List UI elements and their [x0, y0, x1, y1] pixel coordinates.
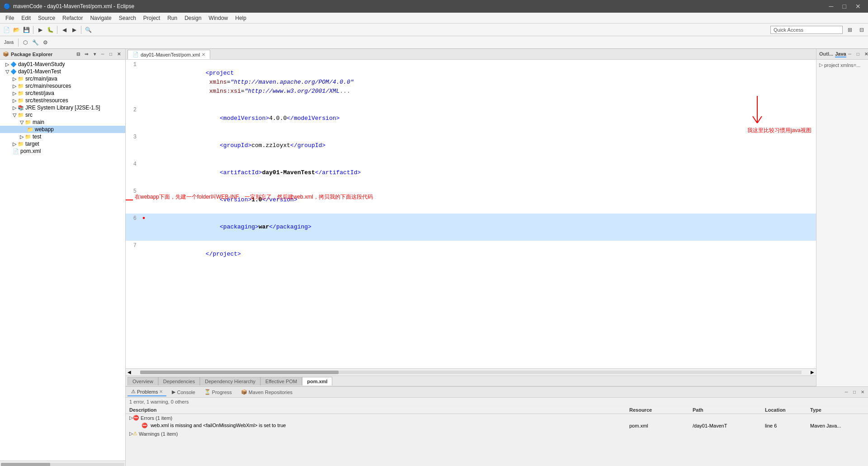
toolbar-btn-3[interactable]: ⚙ [41, 38, 50, 47]
menu-search[interactable]: Search [115, 14, 140, 22]
tree-item-day01-mavenstudy[interactable]: ▷ 🔷 day01-MavenStudy [0, 61, 125, 68]
tab-effective-pom[interactable]: Effective POM [260, 377, 302, 385]
bottom-main: ⚠ Problems ✕ ▶ Console ⏳ Progress 📦 M [126, 387, 868, 466]
tab-dependency-hierarchy[interactable]: Dependency Hierarchy [200, 377, 260, 385]
errors-group[interactable]: ▷ ⛔ Errors (1 item) [126, 414, 868, 422]
folder-icon: 📁 [18, 90, 24, 96]
scroll-right-button[interactable]: ▶ [809, 370, 816, 375]
menu-project[interactable]: Project [140, 14, 164, 22]
close-button[interactable]: ✕ [852, 2, 864, 11]
perspective-button[interactable]: ⊞ [845, 25, 854, 34]
code-editor[interactable]: 1 <project xmlns="http://maven.apache.or… [126, 60, 816, 368]
code-line-5: 5 <version>1.0</version> [126, 186, 816, 214]
scroll-thumb[interactable] [140, 371, 339, 374]
close-right-button[interactable]: ✕ [863, 51, 868, 58]
tree-item-src-test-java[interactable]: ▷ 📁 src/test/java [0, 90, 125, 97]
tab-outline[interactable]: Outl... [819, 51, 833, 57]
error-row-1[interactable]: ⛔ web.xml is missing and <failOnMissingW… [126, 422, 868, 430]
run-button[interactable]: ▶ [36, 25, 45, 34]
code-line-4: 4 <artifactId>day01-MavenTest</artifactI… [126, 159, 816, 186]
toolbar-btn-1[interactable]: ⬡ [21, 38, 30, 47]
error-location: line 6 [765, 423, 810, 428]
toolbar-btn-2[interactable]: 🔧 [31, 38, 40, 47]
tab-java[interactable]: Java [835, 51, 846, 57]
tree-item-src-main-resources[interactable]: ▷ 📁 src/main/resources [0, 82, 125, 90]
tab-pom-xml[interactable]: pom.xml [302, 377, 332, 385]
menu-help[interactable]: Help [231, 14, 250, 22]
tree-item-src-test-resources[interactable]: ▷ 📁 src/test/resources [0, 97, 125, 104]
sidebar-scrollbar[interactable] [0, 461, 125, 466]
tab-console[interactable]: ▶ Console [168, 388, 198, 396]
outline-item-project[interactable]: ▷ project xmlns=... [818, 62, 866, 68]
tree-item-src[interactable]: ▽ 📁 src [0, 111, 125, 119]
window-controls[interactable]: ─ □ ✕ [826, 2, 864, 11]
tab-progress[interactable]: ⏳ Progress [201, 388, 236, 396]
problems-panel-actions: ─ □ ✕ [843, 389, 866, 396]
link-editor-button[interactable]: ⇒ [83, 51, 90, 58]
warnings-group[interactable]: ▷ ⚠ Warnings (1 item) [126, 430, 868, 437]
views-button[interactable]: ⊟ [857, 25, 866, 34]
scroll-track[interactable] [140, 371, 802, 374]
error-group-icon: ⛔ [133, 415, 139, 421]
save-button[interactable]: 💾 [22, 25, 31, 34]
menu-source[interactable]: Source [34, 14, 59, 22]
toolbar-separator-4 [18, 38, 19, 47]
tree-item-main[interactable]: ▽ 📁 main [0, 119, 125, 126]
open-button[interactable]: 📂 [12, 25, 21, 34]
problems-tab-bar: ⚠ Problems ✕ ▶ Console ⏳ Progress 📦 M [126, 387, 868, 398]
tree-item-pom-xml[interactable]: 📄 pom.xml [0, 147, 125, 155]
quick-access-input[interactable]: Quick Access [770, 26, 843, 34]
tree-item-jre-library[interactable]: ▷ 📚 JRE System Library [J2SE-1.5] [0, 104, 125, 111]
forward-button[interactable]: ▶ [70, 25, 79, 34]
problems-tab-close[interactable]: ✕ [159, 389, 163, 394]
menu-refactor[interactable]: Refactor [59, 14, 86, 22]
menu-design[interactable]: Design [181, 14, 205, 22]
tree-item-target[interactable]: ▷ 📁 target [0, 140, 125, 147]
tab-overview[interactable]: Overview [127, 377, 158, 385]
folder-icon: 📁 [18, 98, 24, 104]
line-number: 1 [126, 60, 140, 69]
collapse-all-button[interactable]: ⊟ [75, 51, 82, 58]
tree-item-test[interactable]: ▷ 📁 test [0, 133, 125, 140]
tab-dependencies[interactable]: Dependencies [158, 377, 200, 385]
back-button[interactable]: ◀ [60, 25, 69, 34]
problems-close-button[interactable]: ✕ [859, 389, 866, 396]
menu-edit[interactable]: Edit [18, 14, 34, 22]
code-line-7: 7 </project> [126, 241, 816, 268]
tree-item-src-main-java[interactable]: ▷ 📁 src/main/java [0, 75, 125, 82]
minimize-panel-button[interactable]: ─ [99, 51, 106, 58]
problems-maximize-button[interactable]: □ [851, 389, 858, 396]
menu-run[interactable]: Run [164, 14, 181, 22]
tab-problems[interactable]: ⚠ Problems ✕ [127, 388, 166, 396]
tab-maven-repositories[interactable]: 📦 Maven Repositories [237, 388, 296, 396]
tab-pom-xml[interactable]: 📄 day01-MavenTest/pom.xml ✕ [127, 50, 210, 59]
menu-navigate[interactable]: Navigate [86, 14, 115, 22]
toolbar-separator-2 [57, 26, 57, 34]
search-button[interactable]: 🔍 [84, 25, 93, 34]
line-content: <groupId>com.zzloyxt</groupId> [147, 132, 816, 159]
tree-label: webapp [35, 126, 54, 133]
package-explorer-icon: 📦 [3, 51, 9, 57]
debug-button[interactable]: 🐛 [46, 25, 55, 34]
error-text: web.xml is missing and <failOnMissingWeb… [151, 423, 286, 428]
console-icon: ▶ [172, 389, 175, 395]
tab-close-button[interactable]: ✕ [202, 52, 205, 57]
java-perspective[interactable]: Java [2, 38, 16, 47]
close-panel-button[interactable]: ✕ [115, 51, 123, 58]
editor-horizontal-scrollbar[interactable]: ◀ ▶ [126, 368, 816, 376]
menu-file[interactable]: File [2, 14, 18, 22]
view-menu-button[interactable]: ▾ [91, 51, 98, 58]
menu-window[interactable]: Window [205, 14, 232, 22]
line-number: 4 [126, 159, 140, 169]
minimize-right-button[interactable]: ─ [846, 51, 854, 58]
maximize-panel-button[interactable]: □ [107, 51, 114, 58]
minimize-button[interactable]: ─ [826, 2, 837, 11]
problems-minimize-button[interactable]: ─ [843, 389, 850, 396]
scroll-left-button[interactable]: ◀ [126, 370, 133, 375]
new-button[interactable]: 📄 [2, 25, 11, 34]
tree-item-webapp[interactable]: 📁 webapp [0, 126, 125, 133]
maximize-button[interactable]: □ [839, 2, 850, 11]
tree-item-day01-maventest[interactable]: ▽ 🔷 day01-MavenTest [0, 68, 125, 75]
maximize-right-button[interactable]: □ [854, 51, 862, 58]
tree-label: src [25, 112, 33, 118]
